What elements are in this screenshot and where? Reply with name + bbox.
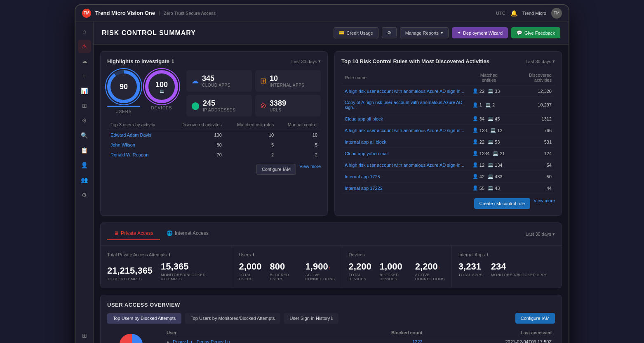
monitored-blocked-apps-number: 234: [491, 261, 548, 272]
metric-group-devices: Devices 2,200 TOTAL DEVICES 1,000 BLOCKE…: [342, 246, 452, 288]
view-more-link[interactable]: View more: [299, 164, 321, 175]
user-entity-count: 👤 123: [472, 128, 487, 133]
rule-name-link[interactable]: Copy of A high risk user account with an…: [345, 100, 463, 110]
rule-name-link[interactable]: Cloud app all block: [345, 116, 383, 121]
sidebar-item-settings[interactable]: ⚙: [78, 114, 91, 127]
user-icon: 👤: [472, 162, 478, 168]
active-connections-users-item: 1,900↑ ACTIVECONNECTIONS: [306, 261, 335, 281]
risk-control-panel: Top 10 Risk Control Rules with Most Disc…: [334, 51, 562, 216]
col-rule-name: Rule name: [341, 70, 469, 85]
access-time-selector[interactable]: Last 30 days ▾: [526, 232, 555, 237]
rule-name-cell: A high risk user account with anomalous …: [341, 85, 469, 97]
active-connections-devices-number: 2,200↑: [415, 261, 445, 272]
rule-name-link[interactable]: A high risk user account with anomalous …: [345, 89, 464, 94]
devices-gauge-circle: 100 💻: [145, 70, 178, 103]
sidebar-item-apps[interactable]: ⊞: [78, 329, 91, 342]
avatar[interactable]: TM: [551, 8, 562, 19]
rule-name-link[interactable]: Internal app 1725: [345, 174, 380, 179]
user-icon: 👤: [472, 185, 478, 191]
rules-table: Rule name Matched entities Discovered ac…: [341, 70, 555, 194]
user-name-link[interactable]: Penny Lu: [173, 339, 192, 343]
sidebar-item-grid[interactable]: ⊞: [78, 99, 91, 112]
devices-gauge-label: DEVICES: [151, 106, 172, 110]
sidebar-item-config[interactable]: ⚙: [78, 188, 91, 201]
device-icon: 💻: [485, 102, 491, 108]
total-apps-number: 3,231: [458, 261, 483, 272]
table-row: Cloud app yahoo mail 👤 1234 💻 21 124: [341, 148, 555, 159]
tab-monitored-blocked[interactable]: Top Users by Monitored/Blocked Attempts: [185, 313, 280, 324]
user-name-cell: Ronald W. Reagan: [107, 150, 169, 160]
discovered-count-cell: 44: [509, 182, 555, 194]
risk-control-time-selector[interactable]: Last 30 days ▾: [526, 59, 555, 64]
rule-name-link[interactable]: Internal app all block: [345, 140, 386, 144]
matched-entities-cell: 👤 42 💻 433: [469, 171, 509, 182]
device-entity-count: 💻 134: [488, 162, 502, 168]
device-entity-count: 💻 33: [488, 88, 500, 94]
stats-grid: ☁ 345 CLOUD APPS ⊞ 10 INTERNAL: [186, 70, 321, 116]
devices-gauge-value: 100: [155, 80, 168, 89]
rule-name-link[interactable]: Cloud app yahoo mail: [345, 151, 388, 156]
risk-control-header: Top 10 Risk Control Rules with Most Disc…: [341, 58, 555, 64]
sidebar-item-home[interactable]: ⌂: [78, 25, 91, 38]
access-metrics: Total Private Access Attempts ℹ 21,215,3…: [101, 246, 562, 288]
active-connections-users-label: ACTIVECONNECTIONS: [306, 273, 335, 281]
bell-icon[interactable]: 🔔: [510, 10, 517, 17]
highlights-time-selector[interactable]: Last 30 days ▾: [291, 59, 321, 64]
rules-view-more-link[interactable]: View more: [534, 198, 555, 209]
user-icon: 👤: [472, 116, 478, 121]
total-users-label: TOTAL USERS: [239, 273, 261, 281]
sidebar-item-users[interactable]: 👤: [78, 158, 91, 172]
highlights-table-actions: Configure IAM View more: [107, 164, 321, 175]
deployment-wizard-button[interactable]: ✦ Deployment Wizard: [452, 27, 508, 38]
sidebar-item-groups[interactable]: 👥: [78, 173, 91, 187]
rule-name-link[interactable]: Internal app 17222: [345, 186, 383, 191]
discovered-count-cell: 124: [509, 148, 555, 159]
sidebar-item-search[interactable]: 🔍: [78, 129, 91, 142]
settings-gear-icon: ⚙: [387, 30, 391, 35]
users-gauge-inner: 90: [110, 73, 137, 100]
tab-internet-access[interactable]: 🌐 Internet Access: [160, 228, 215, 240]
configure-iam-overview-button[interactable]: Configure IAM: [515, 313, 555, 324]
risk-control-chevron-icon: ▾: [552, 59, 555, 64]
sidebar-item-list[interactable]: ≡: [78, 69, 91, 83]
sidebar-item-cloud[interactable]: ☁: [78, 54, 91, 68]
internal-apps-metric-values: 3,231 TOTAL APPS 234 MONITORED/BLOCKED A…: [458, 261, 555, 277]
total-attempts-values: 21,215,365 TOTAL ATTEMPTS 15,365 MONITOR…: [107, 261, 225, 281]
user-entity-count: 👤 1234: [472, 151, 489, 156]
col-discovered: Discovered activites: [169, 120, 225, 130]
matched-entities-cell: 👤 123 💻 12: [469, 125, 509, 136]
tab-private-access[interactable]: 🖥 Private Access: [107, 228, 160, 240]
sidebar-item-logs[interactable]: 📋: [78, 144, 91, 157]
rule-name-link[interactable]: A high risk user account with anomalous …: [345, 128, 464, 133]
rule-name-cell: Cloud app yahoo mail: [341, 148, 469, 159]
settings-button[interactable]: ⚙: [382, 27, 397, 38]
tab-signin-history[interactable]: User Sign-in History ℹ: [284, 313, 338, 324]
table-row: ● Penny Lu Penny Penny Lu 1222 2021-02-0…: [163, 337, 555, 343]
give-feedback-button[interactable]: 💬 Give Feedback: [511, 27, 560, 38]
total-devices-item: 2,200 TOTAL DEVICES: [349, 261, 371, 281]
total-users-item: 2,000 TOTAL USERS: [239, 261, 261, 281]
create-rule-button[interactable]: Create risk control rule: [474, 198, 531, 209]
configure-iam-button[interactable]: Configure IAM: [256, 164, 296, 175]
user-access-title: USER ACCESS OVERVIEW: [107, 302, 555, 308]
ip-icon: ⬤: [191, 101, 200, 110]
user-icon: 👤: [472, 151, 478, 156]
sidebar-item-reports[interactable]: 📊: [78, 84, 91, 97]
ip-label: IP ADDRESSES: [203, 108, 235, 112]
pie-chart: [107, 329, 157, 343]
col-user-name: Top 3 users by activity: [107, 120, 169, 130]
credit-usage-button[interactable]: 💳 Credit Usage: [334, 27, 378, 38]
sidebar-item-alerts[interactable]: ⚠: [78, 40, 91, 53]
device-entity-count: 💻 12: [490, 128, 502, 133]
tab-blocked-attempts[interactable]: Top Users by Blocked Attempts: [107, 313, 181, 324]
table-row: Internal app 17222 👤 55 💻 43 44: [341, 182, 555, 194]
discovered-count-cell: 50: [509, 171, 555, 182]
table-row: Cloud app all block 👤 34 💻 45 1312: [341, 113, 555, 125]
rule-name-cell: Internal app all block: [341, 136, 469, 148]
matched-entities-cell: 👤 55 💻 43: [469, 182, 509, 194]
matched-cell: 2: [225, 150, 277, 160]
blocked-devices-item: 1,000 BLOCKED DEVICES: [380, 261, 407, 281]
rule-name-link[interactable]: A high risk user account with anomalous …: [345, 163, 464, 168]
metric-group-users: Users ℹ 2,000 TOTAL USERS 800 BLOCKED US…: [232, 246, 342, 288]
manage-reports-button[interactable]: Manage Reports ▾: [400, 27, 449, 38]
